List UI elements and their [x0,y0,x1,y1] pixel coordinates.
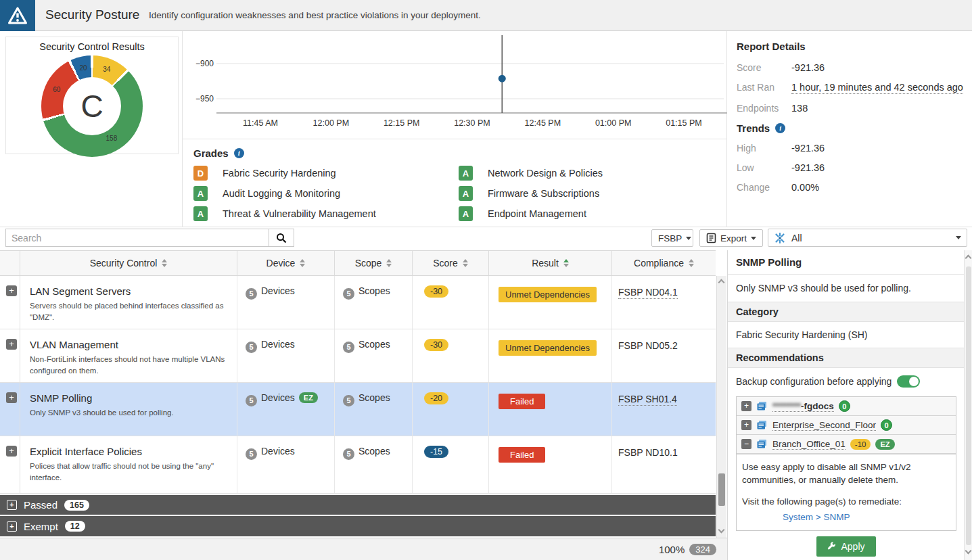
group-bar-exempt[interactable]: + Exempt 12 [0,516,716,536]
control-title: LAN Segment Servers [30,285,237,297]
device-recommendation-detail: Use easy apply to disable all SNMP v1/v2… [737,454,956,530]
column-header-device[interactable]: Device [237,251,335,275]
group-bar-passed[interactable]: + Passed 165 [0,495,716,515]
details-scrollbar[interactable] [964,250,972,560]
svg-text:12:45 PM: 12:45 PM [525,118,561,128]
info-icon[interactable]: i [775,123,785,133]
grades-panel: Grades i D Fabric Security Hardening A N… [183,139,727,227]
overall-grade: C [63,77,121,135]
chevron-down-icon[interactable] [965,548,972,555]
column-header-score[interactable]: Score [413,251,489,275]
donut-segment-value: 34 [99,66,115,73]
recommendations-section-header: Recommendations [728,348,965,368]
score-pill: -30 [424,285,448,298]
table-row[interactable]: + LAN Segment Servers Servers should be … [0,276,716,329]
compliance-code[interactable]: FSBP ND10.1 [618,447,678,458]
scope-count-badge: 5 [343,395,354,406]
grade-badge: A [459,166,473,181]
column-header-security-control[interactable]: Security Control [20,251,237,275]
expand-plus-icon[interactable]: + [6,339,17,350]
control-description: Polices that allow traffic should not be… [30,461,229,483]
backup-toggle[interactable] [897,375,920,388]
search-input[interactable] [5,229,269,247]
device-row[interactable]: + Enterprise_Second_Floor 0 [737,416,956,435]
compliance-code[interactable]: FSBP SH01.4 [618,394,677,406]
table-row-selected[interactable]: + SNMP Polling Only SNMP v3 should be us… [0,383,716,436]
device-row[interactable]: + ********-fgdocs 0 [737,397,956,416]
fsbp-dropdown-button[interactable]: FSBP [651,229,693,247]
svg-text:−900: −900 [195,59,214,68]
trends-title: Trends [737,122,770,134]
last-ran-value[interactable]: 1 hour, 19 minutes and 42 seconds ago [791,82,963,94]
chevron-down-icon [956,236,961,242]
info-icon[interactable]: i [234,148,244,158]
device-count-badge: 5 [246,288,257,300]
report-details-title: Report Details [737,41,972,52]
chevron-up-icon[interactable] [965,255,972,262]
trend-point[interactable] [499,75,506,83]
expand-plus-icon[interactable]: + [6,392,17,403]
column-header-compliance[interactable]: Compliance [612,251,716,275]
compliance-code[interactable]: FSBP ND05.2 [618,340,678,351]
apply-button[interactable]: Apply [816,536,875,557]
chevron-down-icon [686,237,691,243]
grade-badge: D [193,166,208,181]
search-button[interactable] [269,229,294,247]
scrollbar-thumb[interactable] [718,473,725,506]
count-badge: 165 [64,500,89,511]
device-name: Branch_Office_01 [772,439,846,450]
grade-item-audit-logging-monitoring: A Audit Logging & Monitoring [193,186,459,201]
expand-plus-icon[interactable]: + [6,446,17,457]
control-details-panel: SNMP Polling Only SNMP v3 should be used… [727,250,972,560]
table-footer: 100% 324 [0,538,727,560]
export-dropdown-button[interactable]: Export [699,229,763,247]
backup-toggle-row: Backup configuration before applying [728,368,965,395]
device-score-badge: 0 [881,419,892,431]
compliance-code[interactable]: FSBP ND04.1 [618,287,678,299]
sort-icon [563,259,569,267]
control-title: SNMP Polling [30,392,237,404]
report-score-row: Score -921.36 [737,62,972,73]
device-count-badge: 5 [246,395,257,406]
donut-chart[interactable]: C 341586020 [41,55,143,157]
security-control-results-card: Security Control Results C 341586020 [5,37,179,154]
control-description: Non-FortiLink interfaces should not have… [30,354,229,376]
collapse-minus-icon[interactable]: − [741,439,751,449]
expand-plus-icon[interactable]: + [7,521,17,532]
chevron-up-icon[interactable] [718,279,725,286]
scrollbar-thumb[interactable] [966,266,971,545]
device-row-expanded[interactable]: − Branch_Office_01 -10 EZ [737,435,956,454]
remediation-link[interactable]: System > SNMP [783,512,950,522]
device-score-badge: -10 [850,439,871,450]
chevron-down-icon[interactable] [718,527,725,534]
donut-segment-value: 60 [49,86,65,93]
column-header-result[interactable]: Result [489,251,612,275]
result-badge: Unmet Dependencies [499,340,597,356]
easy-apply-badge: EZ [299,392,318,403]
table-row[interactable]: + Explicit Interface Policies Polices th… [0,436,716,494]
table-row[interactable]: + VLAN Management Non-FortiLink interfac… [0,329,716,383]
warning-triangle-icon [0,0,35,31]
table-scrollbar[interactable] [716,276,726,538]
score-pill: -30 [424,339,448,351]
trend-change-row: Change 0.00% [737,182,972,193]
expand-plus-icon[interactable]: + [741,401,751,411]
device-count-badge: 5 [246,448,257,460]
sort-icon [463,259,468,267]
recommendation-text: Use easy apply to disable all SNMP v1/v2… [742,461,950,487]
fabric-scope-select[interactable]: All [768,229,967,247]
report-last-ran-row: Last Ran 1 hour, 19 minutes and 42 secon… [737,82,972,94]
sort-icon [689,259,694,267]
expand-plus-icon[interactable]: + [7,500,17,510]
control-title: VLAN Management [30,339,237,350]
expand-plus-icon[interactable]: + [741,420,751,430]
device-report-icon [756,420,768,430]
chevron-down-icon [751,237,756,243]
score-trend-chart[interactable]: −900−95011:45 AM12:00 PM12:15 PM12:30 PM… [183,31,727,139]
grade-item-fabric-security-hardening: D Fabric Security Hardening [193,166,459,181]
column-header-scope[interactable]: Scope [335,251,413,275]
expand-plus-icon[interactable]: + [6,285,17,296]
visit-text: Visit the following page(s) to remediate… [742,496,950,507]
grade-item-endpoint-management: A Endpoint Management [459,206,716,221]
page-header: Security Posture Identify configuration … [0,0,972,31]
